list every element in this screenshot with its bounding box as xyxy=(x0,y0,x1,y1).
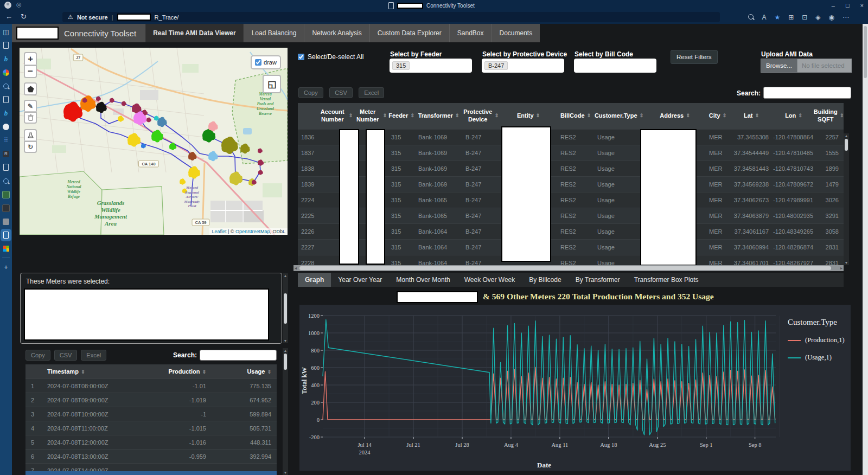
left-table-row[interactable]: 52024-07-08T12:00:00Z-1.016448.311 xyxy=(25,435,277,449)
left-table-row[interactable]: 32024-07-08T10:00:00Z-1599.894 xyxy=(25,407,277,421)
document-tab-icon[interactable] xyxy=(0,38,12,52)
draw-toggle[interactable]: draw xyxy=(251,55,281,69)
table-horizontal-scrollbar[interactable]: ◂▸ xyxy=(293,265,844,271)
nav-tab-load-balancing[interactable]: Load Balancing xyxy=(244,24,304,42)
column-header-billcode[interactable]: BillCode⇕ xyxy=(557,103,594,129)
zoom-in-button[interactable]: + xyxy=(24,52,37,65)
select-all-toggle[interactable]: Select/De-select All xyxy=(298,53,363,61)
device-filter-input[interactable]: B-247 xyxy=(482,59,564,73)
bing-tab-icon[interactable]: b xyxy=(0,52,12,66)
column-header-account-number[interactable]: Account Number⇕ xyxy=(317,103,354,129)
leaflet-map[interactable]: J7CA 140CA 59MercedVernalPools andGrassl… xyxy=(20,48,288,235)
chart-tab-transformer-box-plots[interactable]: Transformer Box Plots xyxy=(627,273,706,287)
left-table-row[interactable]: 62024-07-08T13:00:00Z-0.959392.994 xyxy=(25,449,277,463)
microsoft-tab-icon[interactable] xyxy=(0,242,12,255)
collections-icon[interactable]: ⊡ xyxy=(802,14,807,21)
leaflet-link[interactable]: Leaflet xyxy=(212,229,226,234)
osm-link[interactable]: OpenStreetMap xyxy=(235,229,270,234)
column-header-transformer[interactable]: Transformer⇕ xyxy=(415,103,462,129)
address-bar[interactable]: ⚠ Not secure | R_Trace/ xyxy=(62,12,720,22)
google-cloud-tab-icon[interactable] xyxy=(0,66,12,79)
read-aloud-icon[interactable]: A xyxy=(762,14,766,21)
browse-button[interactable]: Browse... xyxy=(761,59,797,73)
table-vertical-scrollbar[interactable]: ▲▼ xyxy=(844,133,849,265)
zoom-out-button[interactable]: − xyxy=(24,65,37,78)
copy-button[interactable]: Copy xyxy=(298,87,323,98)
left-table-scrollbar[interactable]: ▲▼ xyxy=(283,348,288,475)
edit-layers-button[interactable]: ✎ xyxy=(24,100,37,112)
nav-tab-custom-data-explorer[interactable]: Custom Data Explorer xyxy=(369,24,449,42)
mail-tab-icon[interactable] xyxy=(0,215,12,228)
fit-extent-button[interactable]: ◱ xyxy=(263,75,281,93)
column-header-feeder[interactable]: Feeder⇕ xyxy=(388,103,415,129)
rstudio-tab-icon[interactable]: R xyxy=(0,147,12,161)
measure-button[interactable] xyxy=(24,129,37,141)
selected-panel-scrollbar[interactable]: ▲▼ xyxy=(283,273,288,343)
minimize-button[interactable]: – xyxy=(832,2,835,9)
select-all-checkbox[interactable] xyxy=(298,54,304,60)
left-copy-button[interactable]: Copy xyxy=(25,350,50,361)
csv-button[interactable]: CSV xyxy=(329,87,353,98)
left-table-row[interactable]: 12024-07-08T08:00:00Z-1.01775.135 xyxy=(25,378,277,393)
reset-filters-button[interactable]: Reset Filters xyxy=(671,50,718,64)
new-tab-icon[interactable]: + xyxy=(0,260,12,274)
nav-tab-documents[interactable]: Documents xyxy=(492,24,540,42)
profile-avatar[interactable] xyxy=(4,2,11,9)
draw-checkbox[interactable] xyxy=(255,59,261,66)
workspaces-icon[interactable]: ◎ xyxy=(16,1,22,8)
left-table-row[interactable]: 42024-07-08T11:00:00Z-1.015505.731 xyxy=(25,421,277,435)
terminal-tab-icon[interactable] xyxy=(0,201,12,215)
column-header-address[interactable]: Address⇕ xyxy=(644,103,706,129)
nav-tab-network-analysis[interactable]: Network Analysis xyxy=(304,24,369,42)
favorites-star-icon[interactable]: ★ xyxy=(774,14,780,21)
column-header-timestamp[interactable]: Timestamp⇕ xyxy=(42,368,152,375)
map-preview-tab-icon[interactable] xyxy=(0,188,12,201)
browser-tab[interactable]: Connectivity Toolset xyxy=(388,0,475,11)
column-header-usage[interactable]: Usage⇕ xyxy=(212,368,277,375)
delete-layers-button[interactable] xyxy=(24,112,37,124)
column-header-entity[interactable]: Entity⇕ xyxy=(500,103,557,129)
column-header-meter-number[interactable]: Meter Number⇕ xyxy=(354,103,388,129)
left-excel-button[interactable]: Excel xyxy=(81,350,106,361)
column-header-production[interactable]: Production⇕ xyxy=(152,368,212,375)
selected-table-row[interactable] xyxy=(25,471,277,475)
chart-tab-graph[interactable]: Graph xyxy=(298,273,331,287)
column-header-lon[interactable]: Lon⇕ xyxy=(773,103,814,129)
feeder-chip[interactable]: 315 xyxy=(392,61,410,70)
column-header-city[interactable]: City⇕ xyxy=(706,103,730,129)
column-header-customer-type[interactable]: Customer.Type⇕ xyxy=(594,103,644,129)
chart-tab-week-over-week[interactable]: Week Over Week xyxy=(457,273,522,287)
table-search-input[interactable] xyxy=(763,87,851,99)
more-options-icon[interactable]: ⋯ xyxy=(843,14,849,21)
page-scrollbar[interactable] xyxy=(863,24,868,475)
bing-tab-icon[interactable]: b xyxy=(0,106,12,120)
chart-tab-month-over-month[interactable]: Month Over Month xyxy=(389,273,457,287)
chart-tab-by-transformer[interactable]: By Transformer xyxy=(569,273,627,287)
grid-tab-icon[interactable]: ⠿ xyxy=(0,133,12,147)
document-tab-icon[interactable] xyxy=(0,93,12,106)
maximize-button[interactable]: □ xyxy=(846,2,850,9)
map-canvas[interactable]: J7CA 140CA 59MercedVernalPools andGrassl… xyxy=(20,48,288,235)
document-tab-icon[interactable] xyxy=(0,161,12,174)
split-screen-icon[interactable]: ⊞ xyxy=(788,14,794,21)
refresh-icon[interactable]: ↻ xyxy=(21,12,27,21)
github-tab-icon[interactable] xyxy=(0,120,12,133)
feeder-filter-input[interactable]: 315 xyxy=(390,59,472,73)
left-search-input[interactable] xyxy=(200,350,277,361)
back-icon[interactable]: ← xyxy=(5,12,12,21)
left-table-row[interactable]: 22024-07-08T09:00:00Z-1.019674.952 xyxy=(25,393,277,407)
nav-tab-sandbox[interactable]: SandBox xyxy=(449,24,492,42)
left-csv-button[interactable]: CSV xyxy=(54,350,78,361)
column-header-protective-device[interactable]: Protective Device⇕ xyxy=(462,103,500,129)
column-header-building-sqft[interactable]: Building SQFT⇕ xyxy=(814,103,843,129)
column-header-lat[interactable]: Lat⇕ xyxy=(730,103,773,129)
active-document-tab-icon[interactable] xyxy=(0,228,12,242)
browser-essentials-icon[interactable]: ◈ xyxy=(815,14,820,21)
chart-tab-by-billcode[interactable]: By Billcode xyxy=(522,273,568,287)
search-tab-icon[interactable] xyxy=(0,174,12,188)
device-chip[interactable]: B-247 xyxy=(484,61,508,70)
vertical-tabs-icon[interactable]: ◫ xyxy=(0,25,12,38)
refresh-map-button[interactable]: ↻ xyxy=(24,141,37,153)
close-button[interactable]: × xyxy=(860,2,864,9)
search-tab-icon[interactable] xyxy=(0,79,12,93)
